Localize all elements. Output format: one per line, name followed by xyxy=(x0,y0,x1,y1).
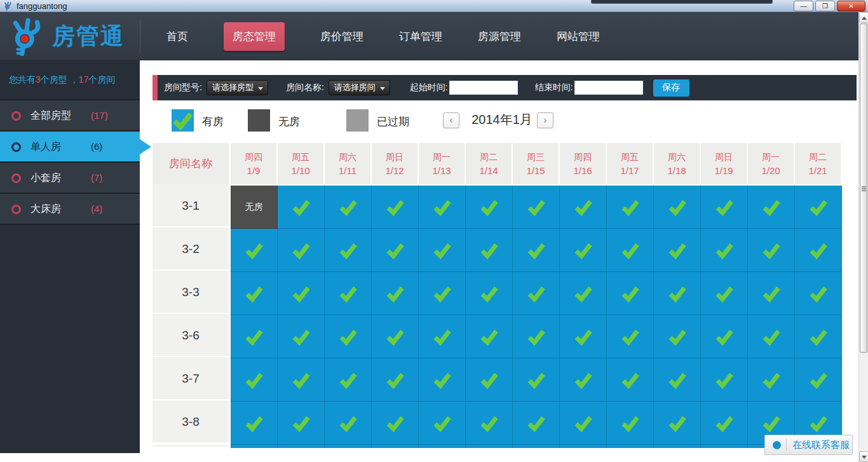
room-name-select[interactable]: 请选择房间 xyxy=(329,80,390,95)
room-status-cell[interactable] xyxy=(795,272,842,315)
room-status-cell[interactable] xyxy=(795,358,842,402)
room-status-cell[interactable] xyxy=(748,229,795,272)
room-status-cell[interactable] xyxy=(701,402,748,445)
nav-item[interactable]: 订单管理 xyxy=(399,29,442,44)
room-status-cell[interactable] xyxy=(560,229,607,272)
room-status-cell[interactable] xyxy=(372,186,419,229)
nav-item[interactable]: 首页 xyxy=(166,29,188,44)
room-status-cell[interactable] xyxy=(325,186,372,229)
room-status-cell[interactable] xyxy=(607,186,654,229)
room-status-cell[interactable] xyxy=(372,358,419,402)
room-status-cell[interactable] xyxy=(419,186,466,229)
prev-month-button[interactable]: ‹ xyxy=(443,112,459,128)
room-status-cell[interactable] xyxy=(466,358,513,402)
room-status-cell[interactable] xyxy=(278,186,325,229)
end-time-input[interactable] xyxy=(574,81,643,95)
room-status-cell[interactable] xyxy=(654,358,701,402)
room-status-cell[interactable] xyxy=(701,272,748,315)
room-status-cell[interactable] xyxy=(278,315,325,358)
room-status-cell[interactable] xyxy=(419,229,466,272)
room-status-cell[interactable] xyxy=(231,402,278,445)
room-status-cell[interactable] xyxy=(560,315,607,358)
room-status-cell[interactable] xyxy=(560,186,607,229)
room-status-cell[interactable] xyxy=(231,272,278,315)
room-status-cell[interactable] xyxy=(748,272,795,315)
room-status-cell[interactable] xyxy=(607,358,654,402)
scroll-up-button[interactable] xyxy=(859,12,868,23)
room-status-cell[interactable] xyxy=(701,186,748,229)
room-status-cell[interactable] xyxy=(278,358,325,402)
sidebar-item[interactable]: 全部房型(17) xyxy=(0,100,140,132)
room-status-cell[interactable] xyxy=(372,315,419,358)
next-month-button[interactable]: › xyxy=(537,112,553,128)
room-status-cell[interactable] xyxy=(513,402,560,445)
room-status-cell[interactable] xyxy=(560,402,607,445)
room-status-cell[interactable] xyxy=(701,358,748,402)
room-status-cell[interactable] xyxy=(278,272,325,315)
room-status-cell[interactable] xyxy=(654,186,701,229)
room-status-cell[interactable] xyxy=(560,358,607,402)
room-status-cell[interactable] xyxy=(419,315,466,358)
room-status-cell[interactable] xyxy=(231,358,278,402)
room-status-cell[interactable] xyxy=(654,272,701,315)
room-status-cell[interactable] xyxy=(325,402,372,445)
room-status-cell[interactable] xyxy=(607,402,654,445)
start-time-input[interactable] xyxy=(449,81,518,95)
scrollbar-thumb[interactable] xyxy=(860,24,867,353)
room-status-cell[interactable] xyxy=(513,358,560,402)
room-status-cell[interactable] xyxy=(231,229,278,272)
room-status-cell[interactable] xyxy=(607,272,654,315)
room-status-cell[interactable] xyxy=(372,272,419,315)
room-status-cell[interactable] xyxy=(560,272,607,315)
room-status-cell[interactable] xyxy=(701,229,748,272)
room-status-cell[interactable] xyxy=(748,186,795,229)
nav-item-active[interactable]: 房态管理 xyxy=(224,22,285,51)
sidebar-item-selected[interactable]: 单人房(6) xyxy=(0,132,140,163)
room-status-cell[interactable] xyxy=(231,315,278,358)
room-status-cell[interactable] xyxy=(325,358,372,402)
room-status-cell[interactable] xyxy=(701,315,748,358)
sidebar-item[interactable]: 小套房(7) xyxy=(0,163,140,194)
nav-item[interactable]: 网站管理 xyxy=(557,29,600,44)
close-button[interactable]: ✕ xyxy=(837,1,865,11)
room-status-cell[interactable] xyxy=(278,402,325,445)
room-status-cell[interactable] xyxy=(278,229,325,272)
room-status-cell[interactable] xyxy=(419,272,466,315)
room-status-cell[interactable] xyxy=(325,272,372,315)
room-type-select[interactable]: 请选择房型 xyxy=(207,80,268,95)
room-status-cell[interactable] xyxy=(372,229,419,272)
sidebar-item[interactable]: 大床房(4) xyxy=(0,194,140,225)
room-status-cell[interactable] xyxy=(795,229,842,272)
room-status-cell[interactable] xyxy=(795,186,842,229)
nav-item[interactable]: 房源管理 xyxy=(478,29,521,44)
room-status-cell[interactable] xyxy=(325,229,372,272)
no-room-cell[interactable]: 无房 xyxy=(231,186,278,229)
room-status-cell[interactable] xyxy=(466,186,513,229)
room-status-cell[interactable] xyxy=(748,315,795,358)
room-status-cell[interactable] xyxy=(372,402,419,445)
room-status-cell[interactable] xyxy=(513,229,560,272)
vertical-scrollbar[interactable] xyxy=(858,12,868,462)
nav-item[interactable]: 房价管理 xyxy=(320,29,363,44)
room-status-cell[interactable] xyxy=(607,229,654,272)
room-status-cell[interactable] xyxy=(419,402,466,445)
restore-button[interactable]: ❐ xyxy=(815,1,835,11)
room-status-cell[interactable] xyxy=(607,315,654,358)
room-status-cell[interactable] xyxy=(466,402,513,445)
save-button[interactable]: 保存 xyxy=(653,79,689,97)
room-status-cell[interactable] xyxy=(466,272,513,315)
room-status-cell[interactable] xyxy=(419,358,466,402)
room-status-cell[interactable] xyxy=(466,229,513,272)
room-status-cell[interactable] xyxy=(466,315,513,358)
room-status-cell[interactable] xyxy=(654,402,701,445)
online-service-button[interactable]: 在线联系客服 xyxy=(764,435,853,455)
room-status-cell[interactable] xyxy=(654,315,701,358)
minimize-button[interactable]: — xyxy=(794,1,813,11)
room-status-cell[interactable] xyxy=(513,186,560,229)
room-status-cell[interactable] xyxy=(513,315,560,358)
room-status-cell[interactable] xyxy=(748,358,795,402)
scroll-down-button[interactable] xyxy=(859,451,868,462)
room-status-cell[interactable] xyxy=(325,315,372,358)
room-status-cell[interactable] xyxy=(654,229,701,272)
room-status-cell[interactable] xyxy=(513,272,560,315)
